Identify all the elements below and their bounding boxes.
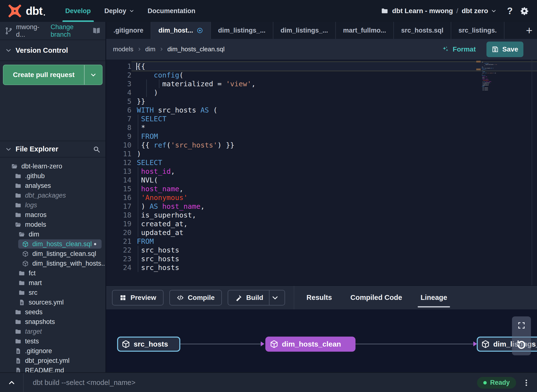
tree-item-seeds[interactable]: seeds xyxy=(0,307,105,317)
tree-item-gitignore[interactable]: .gitignore xyxy=(0,346,105,356)
tree-item-mart[interactable]: mart xyxy=(0,278,105,288)
editor-tab-2[interactable]: dim_listings_... xyxy=(211,22,273,39)
change-branch-link[interactable]: Change branch xyxy=(51,23,89,38)
tree-item-readme-md[interactable]: README.md xyxy=(0,366,105,372)
editor-tab-6[interactable]: src_listings. xyxy=(451,22,505,39)
floppy-disk-icon xyxy=(492,46,499,53)
code-line[interactable]: updated_at xyxy=(131,228,537,237)
chevron-up-icon[interactable] xyxy=(0,373,24,392)
tree-item-tests[interactable]: tests xyxy=(0,336,105,346)
search-icon[interactable] xyxy=(93,146,100,153)
code-line[interactable]: src_hosts xyxy=(131,246,537,254)
code-editor[interactable]: 123456789101112131415161718192021222324 … xyxy=(106,60,537,286)
editor-tab-5[interactable]: src_hosts.sql xyxy=(394,22,451,39)
format-button[interactable]: Format xyxy=(442,45,476,53)
code-content[interactable]: {{ config( materialized = 'view', )}}WIT… xyxy=(131,60,537,285)
tree-item-models[interactable]: models xyxy=(0,220,105,229)
editor-tab-4[interactable]: mart_fullmo... xyxy=(336,22,394,39)
code-line[interactable]: materialized = 'view', xyxy=(131,79,537,88)
gear-icon[interactable] xyxy=(520,7,529,15)
tree-item-snapshots[interactable]: snapshots xyxy=(0,317,105,327)
tree-item-github[interactable]: .github xyxy=(0,171,105,181)
save-button[interactable]: Save xyxy=(486,42,523,57)
code-line[interactable]: ) xyxy=(131,88,537,97)
tree-item-fct[interactable]: fct xyxy=(0,268,105,278)
dbt-logo[interactable]: dbt xyxy=(7,3,45,18)
code-line[interactable]: ) xyxy=(131,149,537,158)
help-icon[interactable]: ? xyxy=(507,6,513,16)
preview-button[interactable]: Preview xyxy=(112,290,164,305)
code-line[interactable]: WITH src_hosts AS ( xyxy=(131,106,537,114)
code-line[interactable]: src_hosts xyxy=(131,254,537,263)
folder-icon xyxy=(18,270,25,277)
editor-tab-label: mart_fullmo... xyxy=(343,27,386,34)
tree-item-src[interactable]: src xyxy=(0,288,105,297)
kebab-menu-icon[interactable] xyxy=(522,379,530,387)
create-pr-dropdown-button[interactable] xyxy=(85,65,102,85)
tree-item-target[interactable]: target xyxy=(0,327,105,336)
code-line[interactable]: ) AS host_name, xyxy=(131,202,537,211)
tree-item-analyses[interactable]: analyses xyxy=(0,181,105,191)
project-name[interactable]: dbt Learn - mwong xyxy=(392,7,453,15)
lineage-canvas[interactable]: src_hostsdim_hosts_cleandim_listings_wit… xyxy=(106,309,537,372)
code-line[interactable]: config( xyxy=(131,71,537,79)
code-token: AS xyxy=(200,106,209,114)
file-explorer-header[interactable]: File Explorer xyxy=(0,141,105,157)
tree-item-dim-listings-clean-sql[interactable]: dim_listings_clean.sql xyxy=(0,249,105,259)
build-dropdown-button[interactable] xyxy=(269,290,285,305)
nav-menu-develop[interactable]: Develop xyxy=(59,0,98,22)
code-line[interactable]: {{ ref('src_hosts') }} xyxy=(131,141,537,149)
tree-item-dim[interactable]: dim xyxy=(0,229,105,239)
code-line[interactable]: }} xyxy=(131,97,537,106)
line-number: 12 xyxy=(106,158,131,167)
code-line[interactable]: NVL( xyxy=(131,176,537,184)
code-line[interactable]: SELECT xyxy=(131,158,537,167)
environment-selector[interactable]: dbt zero xyxy=(462,7,496,15)
lineage-node-dim-hosts-clean[interactable]: dim_hosts_clean xyxy=(265,337,355,352)
panel-tab-compiled-code[interactable]: Compiled Code xyxy=(341,286,411,309)
build-button[interactable]: Build xyxy=(228,290,285,305)
code-line[interactable]: SELECT xyxy=(131,114,537,123)
command-input[interactable] xyxy=(24,378,477,387)
editor-tab-3[interactable]: dim_listings_... xyxy=(273,22,336,39)
new-tab-button[interactable]: + xyxy=(521,22,537,39)
code-line[interactable]: is_superhost, xyxy=(131,211,537,219)
code-line[interactable]: * xyxy=(131,123,537,132)
code-line[interactable]: host_name, xyxy=(131,184,537,193)
code-line[interactable]: 'Anonymous' xyxy=(131,193,537,202)
tree-item-label: dim_listings_clean.sql xyxy=(32,250,96,258)
tree-item-dbt-packages[interactable]: dbt_packages xyxy=(0,191,105,200)
nav-menu-deploy[interactable]: Deploy xyxy=(98,0,141,22)
panel-tab-results[interactable]: Results xyxy=(297,286,341,309)
panel-tab-lineage[interactable]: Lineage xyxy=(411,286,457,309)
nav-menu-label: Deploy xyxy=(104,7,126,15)
code-line[interactable]: created_at, xyxy=(131,219,537,228)
line-number: 24 xyxy=(106,263,131,272)
tree-item-macros[interactable]: macros xyxy=(0,210,105,220)
lineage-node-src-hosts[interactable]: src_hosts xyxy=(117,337,180,352)
editor-tab-0[interactable]: .gitignore xyxy=(106,22,151,39)
refresh-icon[interactable] xyxy=(516,339,527,350)
folder-icon xyxy=(15,309,21,315)
code-line[interactable]: src_hosts xyxy=(131,263,537,272)
book-icon[interactable] xyxy=(92,27,101,35)
tree-item-logs[interactable]: logs xyxy=(0,200,105,210)
tree-item-dbt-learn-zero[interactable]: dbt-learn-zero xyxy=(0,161,105,171)
fullscreen-icon[interactable] xyxy=(517,321,526,330)
tree-item-dim-listings-with-hosts[interactable]: dim_listings_with_hosts... xyxy=(0,259,105,268)
version-control-header[interactable]: Version Control xyxy=(0,40,105,61)
tree-item-dim-hosts-clean-sql[interactable]: dim_hosts_clean.sql xyxy=(0,239,105,249)
code-line[interactable]: FROM xyxy=(131,132,537,141)
nav-menu-documentation[interactable]: Documentation xyxy=(141,0,202,22)
editor-tab-1[interactable]: dim_host... xyxy=(151,22,211,39)
tree-item-label: models xyxy=(25,221,46,228)
compile-button[interactable]: Compile xyxy=(169,290,222,305)
action-button-label: Preview xyxy=(130,294,156,302)
tree-item-dbt-project-yml[interactable]: dbt_project.yml xyxy=(0,356,105,366)
editor-scrollbar[interactable] xyxy=(532,60,532,285)
code-line[interactable]: host_id, xyxy=(131,167,537,176)
code-line[interactable]: FROM xyxy=(131,237,537,246)
tree-item-sources-yml[interactable]: sources.yml xyxy=(0,297,105,307)
minimap[interactable]: {{ config( materialized = 'view', )}}WIT… xyxy=(482,61,497,91)
create-pull-request-button[interactable]: Create pull request xyxy=(3,65,103,85)
